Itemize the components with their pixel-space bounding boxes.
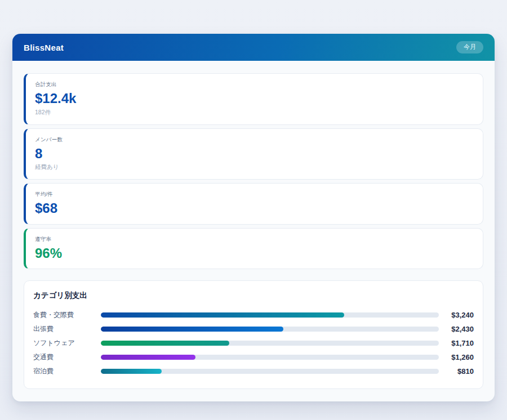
stat-card: 遵守率 96% xyxy=(24,228,483,270)
category-label: 交通費 xyxy=(33,352,101,362)
category-bar-fill xyxy=(101,369,162,374)
period-badge[interactable]: 今月 xyxy=(456,41,483,53)
category-label: ソフトウェア xyxy=(33,338,101,348)
category-row: 出張費 $2,430 xyxy=(33,322,474,336)
app-title: BlissNeat xyxy=(24,43,64,52)
stat-card: 合計支出 $12.4k 182件 xyxy=(24,73,483,125)
category-label: 食費・交際費 xyxy=(33,310,101,320)
stat-value: 96% xyxy=(35,245,474,261)
stat-card: 平均/件 $68 xyxy=(24,183,483,225)
category-row: ソフトウェア $1,710 xyxy=(33,336,474,350)
category-label: 宿泊費 xyxy=(33,367,101,376)
stat-value: $68 xyxy=(35,200,474,216)
category-bar-track xyxy=(101,355,439,360)
category-bar-track xyxy=(101,312,439,318)
category-row: 宿泊費 $810 xyxy=(33,364,474,378)
category-amount: $1,260 xyxy=(439,353,474,361)
stat-label: メンバー数 xyxy=(35,136,474,144)
stat-sub: 182件 xyxy=(35,109,474,117)
stat-label: 平均/件 xyxy=(35,191,474,198)
stat-value: 8 xyxy=(35,146,474,162)
stat-sub: 経費あり xyxy=(35,163,474,171)
category-bar-track xyxy=(101,369,439,374)
stat-card: メンバー数 8 経費あり xyxy=(24,128,483,180)
category-breakdown-card: カテゴリ別支出 食費・交際費 $3,240 出張費 $2,430 ソフトウェア … xyxy=(24,280,483,389)
category-bar-track xyxy=(101,327,439,332)
category-bar-fill xyxy=(101,327,283,332)
category-rows: 食費・交際費 $3,240 出張費 $2,430 ソフトウェア $1,710 交… xyxy=(33,308,474,378)
category-bar-track xyxy=(101,341,439,346)
stat-value: $12.4k xyxy=(35,91,474,106)
category-row: 食費・交際費 $3,240 xyxy=(33,308,474,322)
category-amount: $2,430 xyxy=(439,325,474,333)
category-breakdown-title: カテゴリ別支出 xyxy=(33,291,474,301)
dashboard-body: 合計支出 $12.4k 182件 メンバー数 8 経費あり 平均/件 $68 遵… xyxy=(12,61,495,401)
stat-label: 遵守率 xyxy=(35,236,474,243)
category-amount: $810 xyxy=(439,367,474,376)
category-label: 出張費 xyxy=(33,324,101,334)
dashboard-card: BlissNeat 今月 合計支出 $12.4k 182件 メンバー数 8 経費… xyxy=(12,34,495,401)
category-bar-fill xyxy=(101,355,195,360)
category-amount: $1,710 xyxy=(439,339,474,347)
stat-label: 合計支出 xyxy=(35,81,474,88)
category-bar-fill xyxy=(101,341,229,346)
app-header: BlissNeat 今月 xyxy=(12,34,495,61)
stats-list: 合計支出 $12.4k 182件 メンバー数 8 経費あり 平均/件 $68 遵… xyxy=(24,73,483,269)
category-amount: $3,240 xyxy=(439,311,474,319)
category-row: 交通費 $1,260 xyxy=(33,350,474,364)
category-bar-fill xyxy=(101,312,344,318)
